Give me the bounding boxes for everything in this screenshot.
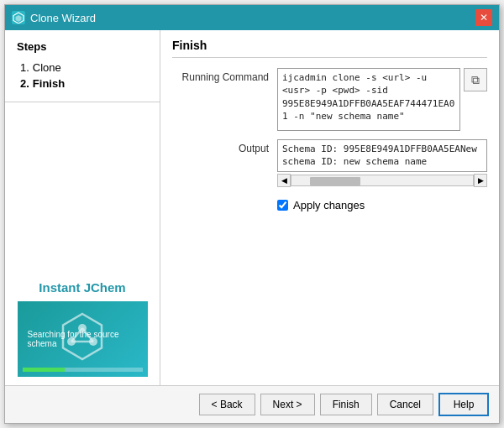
h-scrollbar-thumb [310, 177, 360, 185]
cancel-button[interactable]: Cancel [377, 394, 433, 415]
output-group: Schema ID: 995E8E949A1DFFB0AA5EANew sche… [277, 139, 487, 187]
next-label: Next > [273, 399, 302, 410]
main-content: Finish Running Command ijcadmin clone -s… [160, 30, 499, 385]
finish-button[interactable]: Finish [320, 394, 372, 415]
steps-title: Steps [17, 40, 148, 53]
step-1-label: Clone [33, 61, 61, 74]
step-2-label: Finish [33, 77, 65, 90]
cancel-label: Cancel [390, 399, 421, 410]
brand-name: Instant JChem [39, 280, 125, 295]
copy-icon: ⧉ [471, 73, 480, 87]
step-2-number: 2. [20, 77, 29, 90]
running-command-row: Running Command ijcadmin clone -s <url> … [172, 68, 487, 131]
svg-marker-1 [16, 15, 22, 22]
output-label: Output [172, 139, 269, 154]
step-1: 1. Clone [17, 60, 148, 76]
apply-changes-checkbox[interactable] [277, 200, 288, 211]
help-label: Help [454, 399, 475, 410]
running-command-label: Running Command [172, 68, 269, 83]
content-area: Steps 1. Clone 2. Finish Instant JChem [5, 30, 499, 385]
finish-label: Finish [333, 399, 360, 410]
titlebar: Clone Wizard ✕ [5, 5, 499, 30]
h-scrollbar[interactable] [291, 175, 474, 186]
clone-wizard-window: Clone Wizard ✕ Steps 1. Clone 2. Finish … [4, 4, 500, 424]
progress-bar-fill [23, 368, 65, 372]
brand-image: Searching for the source schema [18, 301, 148, 377]
running-command-group: ijcadmin clone -s <url> -u <usr> -p <pwd… [277, 68, 487, 131]
output-textarea[interactable]: Schema ID: 995E8E949A1DFFB0AA5EANew sche… [277, 139, 487, 172]
apply-changes-row: Apply changes [277, 199, 487, 211]
back-label: < Back [212, 399, 243, 410]
back-button[interactable]: < Back [199, 394, 255, 415]
window-title: Clone Wizard [30, 12, 96, 24]
search-status-text: Searching for the source schema [28, 330, 138, 348]
close-button[interactable]: ✕ [475, 9, 492, 26]
help-button[interactable]: Help [438, 393, 489, 416]
step-1-number: 1. [20, 61, 29, 74]
footer: < Back Next > Finish Cancel Help [5, 385, 499, 423]
progress-bar-container [23, 368, 143, 372]
copy-button[interactable]: ⧉ [464, 68, 487, 91]
step-2: 2. Finish [17, 76, 148, 91]
running-command-textarea[interactable]: ijcadmin clone -s <url> -u <usr> -p <pwd… [277, 68, 460, 131]
apply-changes-label: Apply changes [293, 199, 365, 211]
sidebar: Steps 1. Clone 2. Finish Instant JChem [5, 30, 160, 385]
output-row: Output Schema ID: 995E8E949A1DFFB0AA5EAN… [172, 139, 487, 187]
titlebar-left: Clone Wizard [12, 11, 96, 24]
app-icon [12, 11, 25, 24]
brand-area: Instant JChem [5, 102, 160, 385]
section-title: Finish [172, 39, 487, 58]
h-scroll-left[interactable]: ◀ [277, 174, 291, 187]
steps-panel: Steps 1. Clone 2. Finish [5, 30, 160, 102]
h-scroll-right[interactable]: ▶ [474, 174, 487, 187]
next-button[interactable]: Next > [260, 394, 315, 415]
h-scroll-container: ◀ ▶ [277, 174, 487, 187]
